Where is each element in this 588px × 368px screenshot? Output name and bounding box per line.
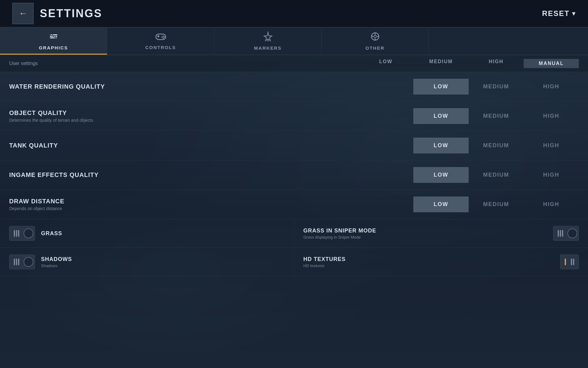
toggle-info-grass: GRASS	[41, 230, 285, 237]
toggle-bar-2	[16, 230, 17, 237]
quality-options-object: LOW MEDIUM HIGH	[413, 108, 579, 124]
quality-high-tank[interactable]: HIGH	[524, 138, 579, 153]
quality-high-water[interactable]: HIGH	[524, 79, 579, 94]
quality-options-draw: LOW MEDIUM HIGH	[413, 197, 579, 212]
quality-headers: LOW MEDIUM HIGH MANUAL	[358, 59, 579, 68]
toggle-bar-3	[18, 230, 19, 237]
content-inner: User settings LOW MEDIUM HIGH MANUAL WAT…	[0, 55, 588, 276]
svg-point-17	[374, 35, 376, 38]
setting-desc-draw: Depends on object distance	[9, 206, 413, 211]
toggle-info-shadows: SHADOWS Shadows	[41, 256, 285, 268]
col-header-medium: MEDIUM	[413, 59, 469, 68]
page-title: SETTINGS	[40, 7, 102, 20]
setting-desc-object: Determines the quality of terrain and ob…	[9, 118, 413, 123]
grass-toggle[interactable]	[9, 226, 35, 241]
toggle-bar-s3	[562, 230, 563, 237]
setting-info-water: WATER RENDERING QUALITY	[9, 83, 413, 90]
toggle-name-shadows: SHADOWS	[41, 256, 285, 263]
svg-rect-8	[158, 35, 159, 37]
setting-info-tank: TANK QUALITY	[9, 142, 413, 149]
svg-point-9	[163, 36, 164, 37]
tabs-bar: GRAPHICS CONTROLS MARKERS	[0, 28, 588, 55]
toggle-bar-sh1	[14, 259, 15, 265]
other-icon	[370, 32, 380, 44]
toggle-name-grass-sniper: GRASS IN SNIPER MODE	[303, 228, 547, 234]
setting-info-effects: INGAME EFFECTS QUALITY	[9, 171, 413, 178]
svg-point-5	[55, 37, 57, 39]
tab-graphics[interactable]: GRAPHICS	[0, 28, 107, 55]
shadows-toggle[interactable]	[9, 255, 35, 269]
quality-high-effects[interactable]: HIGH	[524, 167, 579, 182]
svg-point-10	[161, 36, 163, 38]
tab-controls[interactable]: CONTROLS	[107, 28, 214, 55]
setting-name-effects: INGAME EFFECTS QUALITY	[9, 171, 413, 178]
toggle-circle-grass	[24, 228, 33, 238]
quality-low-draw[interactable]: LOW	[413, 197, 469, 212]
setting-info-object: OBJECT QUALITY Determines the quality of…	[9, 109, 413, 123]
quality-options-water: LOW MEDIUM HIGH	[413, 79, 579, 94]
setting-info-draw: DRAW DISTANCE Depends on object distance	[9, 198, 413, 211]
back-button[interactable]: ←	[12, 3, 34, 24]
grass-sniper-toggle[interactable]	[553, 226, 579, 241]
toggle-bar-sh2	[16, 259, 17, 265]
quality-low-water[interactable]: LOW	[413, 79, 469, 94]
quality-low-effects[interactable]: LOW	[413, 167, 469, 183]
col-header-low: LOW	[358, 59, 413, 68]
setting-object-quality: OBJECT QUALITY Determines the quality of…	[0, 102, 588, 131]
quality-high-object[interactable]: HIGH	[524, 109, 579, 124]
svg-point-4	[53, 35, 55, 37]
hd-bar-2	[573, 259, 574, 265]
quality-medium-draw[interactable]: MEDIUM	[469, 197, 524, 212]
toggle-bars-grass	[11, 228, 22, 239]
hd-bars-right	[569, 256, 576, 268]
setting-tank-quality: TANK QUALITY LOW MEDIUM HIGH	[0, 131, 588, 160]
setting-water-rendering: WATER RENDERING QUALITY LOW MEDIUM HIGH	[0, 72, 588, 102]
toggle-item-grass: GRASS	[0, 219, 294, 247]
toggle-name-grass: GRASS	[41, 230, 285, 237]
setting-name-object: OBJECT QUALITY	[9, 109, 413, 117]
toggle-info-grass-sniper: GRASS IN SNIPER MODE Grass displaying in…	[303, 228, 547, 240]
toggle-info-hd: HD TEXTURES HD textures	[303, 256, 554, 268]
toggle-row-grass: GRASS GRASS IN SNIPER MODE Grass display…	[0, 219, 588, 248]
tab-graphics-label: GRAPHICS	[39, 45, 68, 50]
toggle-item-grass-sniper: GRASS IN SNIPER MODE Grass displaying in…	[294, 219, 588, 247]
hd-textures-toggle[interactable]	[560, 255, 579, 269]
toggle-bar-s2	[560, 230, 561, 237]
svg-point-12	[163, 37, 164, 39]
toggle-circle-shadows	[24, 257, 33, 267]
tab-controls-label: CONTROLS	[145, 45, 176, 50]
tab-markers-label: MARKERS	[254, 45, 282, 51]
toggle-desc-hd: HD textures	[303, 263, 554, 268]
quality-medium-water[interactable]: MEDIUM	[469, 79, 524, 94]
toggle-item-shadows: SHADOWS Shadows	[0, 248, 294, 276]
quality-medium-effects[interactable]: MEDIUM	[469, 167, 524, 182]
toggle-desc-grass-sniper: Grass displaying in Sniper Mode	[303, 235, 547, 240]
hd-bar-1	[571, 259, 572, 265]
toggle-bars-sniper	[555, 228, 566, 239]
quality-medium-tank[interactable]: MEDIUM	[469, 138, 524, 153]
tab-markers[interactable]: MARKERS	[214, 28, 322, 55]
markers-icon	[263, 32, 273, 44]
tab-other[interactable]: OTHER	[322, 28, 429, 55]
quality-options-tank: LOW MEDIUM HIGH	[413, 138, 579, 153]
setting-name-water: WATER RENDERING QUALITY	[9, 83, 413, 90]
quality-low-tank[interactable]: LOW	[413, 138, 469, 153]
quality-medium-object[interactable]: MEDIUM	[469, 109, 524, 124]
toggle-row-shadows: SHADOWS Shadows HD TEXTURES HD textures	[0, 248, 588, 276]
graphics-icon	[49, 31, 58, 43]
quality-high-draw[interactable]: HIGH	[524, 197, 579, 212]
chevron-down-icon: ▾	[572, 10, 576, 17]
toggle-desc-shadows: Shadows	[41, 263, 285, 268]
user-settings-label: User settings	[9, 61, 38, 66]
settings-content: User settings LOW MEDIUM HIGH MANUAL WAT…	[0, 55, 588, 368]
reset-button[interactable]: RESET ▾	[542, 9, 576, 18]
quality-low-object[interactable]: LOW	[413, 108, 469, 124]
header-left: ← SETTINGS	[12, 3, 102, 24]
tab-other-label: OTHER	[365, 45, 385, 51]
user-settings-row: User settings LOW MEDIUM HIGH MANUAL	[0, 55, 588, 72]
header: ← SETTINGS RESET ▾	[0, 0, 588, 28]
col-header-manual: MANUAL	[524, 59, 579, 68]
toggle-bar-1	[14, 230, 15, 237]
hd-bar-active	[565, 259, 566, 265]
toggle-bars-shadows	[11, 256, 22, 268]
